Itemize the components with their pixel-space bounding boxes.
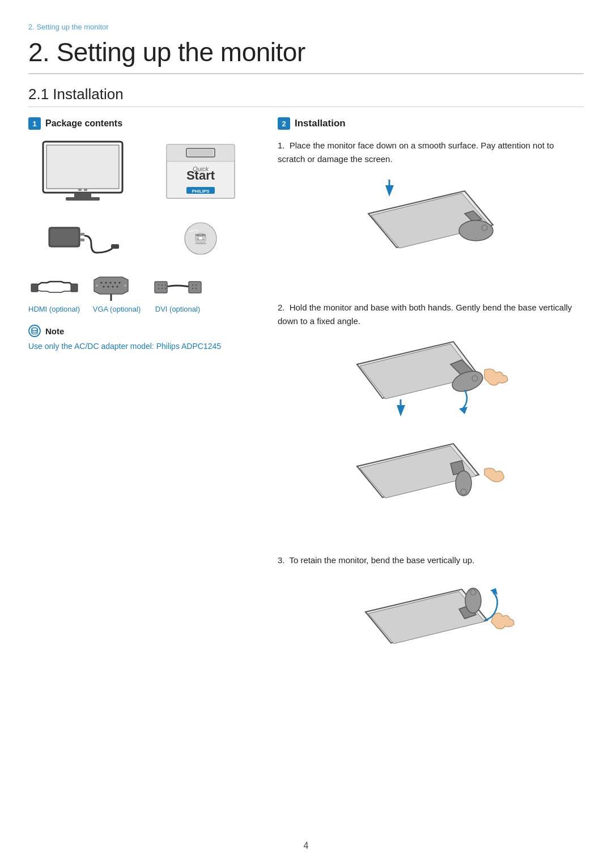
step-3-description: To retain the monitor, bend the base ver… (289, 555, 474, 565)
svg-point-31 (119, 282, 121, 284)
note-label: Note (45, 326, 64, 336)
main-title: 2. Setting up the monitor (28, 37, 584, 74)
cd-icon: PHILIPS Monitor User Guide (178, 219, 223, 258)
svg-rect-5 (84, 189, 87, 191)
svg-point-34 (112, 286, 114, 288)
step-1-description: Place the monitor face down on a smooth … (278, 141, 554, 164)
step-2-description: Hold the monitor and base with both hand… (278, 303, 572, 326)
step-2-text: 2. Hold the monitor and base with both h… (278, 301, 584, 328)
page-number: 4 (304, 841, 309, 851)
svg-rect-4 (78, 189, 82, 191)
svg-rect-1 (46, 145, 119, 189)
svg-point-44 (165, 288, 166, 289)
svg-point-29 (110, 282, 112, 284)
page-container: 2. Setting up the monitor 2. Setting up … (0, 0, 612, 868)
svg-point-46 (192, 284, 193, 286)
svg-point-52 (459, 220, 493, 241)
svg-marker-54 (385, 185, 394, 197)
quickstart-illustration: Quick Start PHILIPS (146, 139, 255, 207)
note-section: Note Use only the AC/DC adapter model: P… (28, 325, 255, 352)
step-3-text: 3. To retain the monitor, bend the base … (278, 554, 584, 567)
hdmi-label: HDMI (optional) (28, 305, 80, 313)
svg-point-36 (95, 284, 99, 287)
monitor-icon (37, 139, 128, 207)
step-2-illustration (278, 336, 584, 540)
power-adapter-illustration (28, 216, 137, 261)
svg-point-35 (117, 286, 118, 288)
step-3-illustration (278, 575, 584, 688)
vga-label: VGA (optional) (93, 305, 141, 313)
right-column: 2 Installation 1. Place the monitor face… (278, 117, 584, 702)
svg-point-42 (158, 288, 159, 289)
breadcrumb: 2. Setting up the monitor (28, 23, 584, 31)
svg-rect-18 (111, 244, 119, 249)
svg-marker-58 (459, 407, 468, 414)
svg-point-30 (114, 282, 116, 284)
dvi-cable-icon (154, 271, 202, 303)
svg-text:PHILIPS: PHILIPS (196, 234, 206, 237)
svg-point-63 (465, 588, 481, 613)
svg-rect-3 (66, 197, 100, 201)
badge-2: 2 (278, 117, 290, 130)
svg-rect-17 (80, 239, 84, 241)
svg-point-33 (108, 286, 109, 288)
svg-rect-9 (188, 150, 213, 156)
svg-point-48 (192, 288, 193, 289)
step-1-illustration (278, 174, 584, 287)
svg-point-49 (196, 288, 197, 289)
step-3-number: 3. (278, 555, 285, 565)
svg-point-27 (101, 282, 103, 284)
svg-rect-26 (71, 284, 78, 292)
cd-illustration: PHILIPS Monitor User Guide (146, 216, 255, 261)
install-step-1: 1. Place the monitor face down on a smoo… (278, 139, 584, 287)
svg-point-32 (103, 286, 105, 288)
step-2-diagram (334, 336, 527, 540)
monitor-illustration (28, 139, 137, 207)
dvi-label: DVI (optional) (155, 305, 200, 313)
note-icon (28, 325, 41, 337)
svg-point-28 (105, 282, 107, 284)
install-step-2: 2. Hold the monitor and base with both h… (278, 301, 584, 540)
svg-point-41 (165, 284, 166, 286)
note-header: Note (28, 325, 255, 337)
vga-cable-item: VGA (optional) (91, 271, 142, 313)
step-1-diagram (340, 174, 521, 287)
section-21-title: 2.1 Installation (28, 86, 584, 107)
package-contents-header: 1 Package contents (28, 117, 255, 130)
left-column: 1 Package contents (28, 117, 255, 364)
svg-text:User Guide: User Guide (195, 242, 207, 245)
svg-point-37 (124, 284, 127, 287)
cables-row: HDMI (optional) (28, 271, 255, 313)
vga-cable-icon (91, 271, 142, 303)
step-3-diagram (340, 575, 521, 688)
installation-label: Installation (295, 118, 346, 129)
svg-rect-15 (50, 229, 78, 245)
svg-point-61 (456, 471, 471, 496)
svg-rect-45 (189, 282, 201, 293)
package-contents-label: Package contents (45, 118, 122, 129)
svg-point-39 (158, 284, 159, 286)
note-text: Use only the AC/DC adapter model: Philip… (28, 341, 255, 352)
svg-text:Monitor: Monitor (197, 238, 205, 241)
svg-text:Start: Start (186, 168, 215, 182)
svg-rect-16 (80, 233, 84, 236)
package-grid: Quick Start PHILIPS (28, 139, 255, 261)
content-layout: 1 Package contents (28, 117, 584, 702)
dvi-cable-item: DVI (optional) (154, 271, 202, 313)
svg-point-43 (162, 288, 163, 289)
step-1-number: 1. (278, 141, 285, 150)
hdmi-cable-icon (30, 271, 78, 303)
svg-marker-59 (397, 405, 405, 416)
install-step-3: 3. To retain the monitor, bend the base … (278, 554, 584, 688)
svg-rect-2 (74, 193, 91, 197)
quickstart-icon: Quick Start PHILIPS (161, 142, 240, 204)
svg-rect-25 (31, 284, 38, 292)
svg-point-47 (196, 284, 197, 286)
hdmi-cable-item: HDMI (optional) (28, 271, 80, 313)
badge-1: 1 (28, 117, 41, 130)
svg-point-40 (162, 284, 163, 286)
installation-header: 2 Installation (278, 117, 584, 130)
svg-point-51 (32, 328, 37, 331)
step-2-number: 2. (278, 303, 285, 312)
power-adapter-icon (46, 216, 120, 261)
